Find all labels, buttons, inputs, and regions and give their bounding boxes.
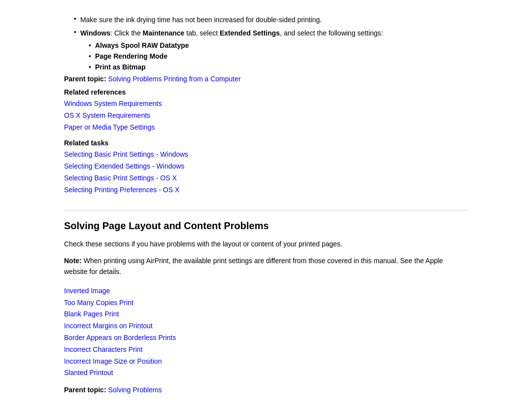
parent-topic-label: Parent topic: (64, 75, 106, 83)
section-parent-topic-line: Parent topic: Solving Problems (64, 385, 468, 395)
link-inverted-image[interactable]: Inverted Image (64, 285, 468, 297)
bullet-dot-2: • (74, 28, 76, 36)
note-paragraph: Note: When printing using AirPrint, the … (64, 255, 468, 277)
extended-settings-bold: Extended Settings (220, 29, 280, 37)
sub-bullet-dot-1: • (89, 41, 91, 49)
related-tasks-links: Selecting Basic Print Settings - Windows… (64, 149, 468, 196)
content-area: • Make sure the ink drying time has not … (64, 15, 468, 411)
bullet-item-1: • Make sure the ink drying time has not … (64, 15, 468, 25)
sub-bullet-dot-2: • (89, 52, 91, 60)
link-basic-settings-osx[interactable]: Selecting Basic Print Settings - OS X (64, 172, 468, 184)
sub-bullet-text-3: Print as Bitmap (95, 63, 146, 71)
bullet-item-2: • Windows: Click the Maintenance tab, se… (64, 28, 468, 38)
page-container: • Make sure the ink drying time has not … (0, 0, 532, 411)
sub-bullet-2: • Page Rendering Mode (64, 52, 468, 60)
sub-bullet-1: • Always Spool RAW Datatype (64, 41, 468, 49)
link-blank-pages[interactable]: Blank Pages Print (64, 308, 468, 320)
link-incorrect-characters[interactable]: Incorrect Characters Print (64, 344, 468, 356)
link-slanted-printout[interactable]: Slanted Printout (64, 367, 468, 379)
link-osx-system-req[interactable]: OS X System Requirements (64, 110, 468, 122)
link-incorrect-margins[interactable]: Incorrect Margins on Printout (64, 320, 468, 332)
bullet-text-1: Make sure the ink drying time has not be… (80, 15, 322, 25)
top-section: • Make sure the ink drying time has not … (64, 15, 468, 71)
maintenance-bold: Maintenance (143, 29, 185, 37)
related-tasks-label: Related tasks (64, 139, 468, 147)
link-too-many-copies[interactable]: Too Many Copies Print (64, 297, 468, 309)
sub-bullet-3: • Print as Bitmap (64, 63, 468, 71)
link-printing-preferences-osx[interactable]: Selecting Printing Preferences - OS X (64, 184, 468, 196)
section-parent-topic-link[interactable]: Solving Problems (108, 386, 162, 394)
sub-bullet-text-1: Always Spool RAW Datatype (95, 41, 189, 49)
section-links: Inverted Image Too Many Copies Print Bla… (64, 285, 468, 379)
related-references-links: Windows System Requirements OS X System … (64, 98, 468, 133)
link-windows-system-req[interactable]: Windows System Requirements (64, 98, 468, 110)
note-text: When printing using AirPrint, the availa… (64, 257, 443, 275)
parent-topic-link[interactable]: Solving Problems Printing from a Compute… (108, 75, 240, 83)
link-incorrect-image-size[interactable]: Incorrect Image Size or Position (64, 356, 468, 368)
note-label: Note: (64, 257, 82, 265)
link-paper-media[interactable]: Paper or Media Type Settings (64, 122, 468, 134)
parent-topic-line: Parent topic: Solving Problems Printing … (64, 74, 468, 84)
section-parent-topic-label: Parent topic: (64, 386, 106, 394)
windows-bold: Windows (80, 29, 110, 37)
bullet-dot-1: • (74, 15, 76, 23)
link-basic-settings-windows[interactable]: Selecting Basic Print Settings - Windows (64, 149, 468, 161)
bullet-text-2: Windows: Click the Maintenance tab, sele… (80, 28, 383, 38)
sub-bullet-text-2: Page Rendering Mode (95, 52, 167, 60)
link-border-borderless[interactable]: Border Appears on Borderless Prints (64, 332, 468, 344)
sub-bullet-dot-3: • (89, 63, 91, 71)
link-extended-settings-windows[interactable]: Selecting Extended Settings - Windows (64, 161, 468, 172)
section-description: Check these sections if you have problem… (64, 239, 468, 249)
section-heading: Solving Page Layout and Content Problems (64, 210, 468, 232)
related-references-label: Related references (64, 88, 468, 96)
